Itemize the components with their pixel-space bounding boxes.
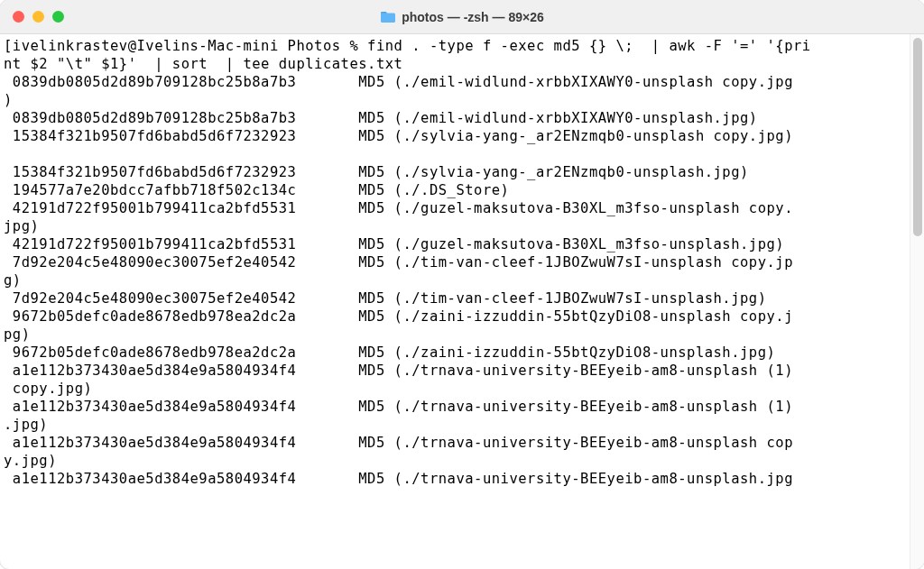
close-button[interactable] <box>13 11 24 23</box>
title-area: photos — -zsh — 89×26 <box>0 10 924 24</box>
terminal-body[interactable]: [ivelinkrastev@Ivelins-Mac-mini Photos %… <box>0 34 924 569</box>
minimize-button[interactable] <box>32 11 44 23</box>
folder-icon <box>380 11 396 23</box>
terminal-output[interactable]: [ivelinkrastev@Ivelins-Mac-mini Photos %… <box>4 38 917 565</box>
traffic-lights <box>0 11 64 23</box>
title-bar[interactable]: photos — -zsh — 89×26 <box>0 0 924 34</box>
terminal-window: photos — -zsh — 89×26 [ivelinkrastev@Ive… <box>0 0 924 569</box>
maximize-button[interactable] <box>52 11 64 23</box>
scrollbar-thumb[interactable] <box>913 38 922 236</box>
scrollbar[interactable] <box>910 34 924 569</box>
window-title: photos — -zsh — 89×26 <box>402 10 544 24</box>
